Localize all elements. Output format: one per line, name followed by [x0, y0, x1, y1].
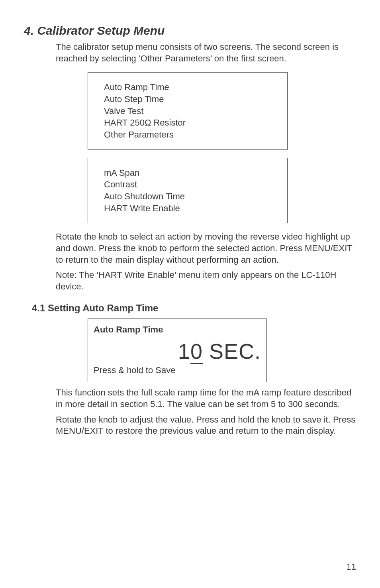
- autoramp-screen: Auto Ramp Time 10 SEC. Press & hold to S…: [88, 319, 267, 382]
- menu1-item: Other Parameters: [104, 129, 271, 141]
- menu1-item: Auto Step Time: [104, 93, 271, 105]
- intro-paragraph: The calibrator setup menu consists of tw…: [56, 41, 356, 64]
- body-paragraph: Rotate the knob to adjust the value. Pre…: [56, 414, 356, 437]
- page-number: 11: [347, 562, 356, 572]
- subsection-heading: 4.1 Setting Auto Ramp Time: [32, 303, 356, 314]
- body-paragraph: Rotate the knob to select an action by m…: [56, 231, 356, 265]
- section-title: 4. Calibrator Setup Menu: [24, 24, 356, 37]
- menu1-item: HART 250Ω Resistor: [104, 117, 271, 129]
- menu2-item: HART Write Enable: [104, 203, 271, 214]
- menu-screen-1: Auto Ramp Time Auto Step Time Valve Test…: [88, 72, 288, 149]
- value-digit-0-cursor: 0: [190, 339, 203, 364]
- menu-screen-2: mA Span Contrast Auto Shutdown Time HART…: [88, 158, 288, 224]
- note-paragraph: Note: The ‘HART Write Enable’ menu item …: [56, 269, 356, 292]
- menu2-item: mA Span: [104, 167, 271, 179]
- body-paragraph: This function sets the full scale ramp t…: [56, 387, 356, 410]
- autoramp-title: Auto Ramp Time: [94, 324, 261, 335]
- menu1-item: Auto Ramp Time: [104, 81, 271, 93]
- autoramp-value: 10 SEC.: [94, 339, 261, 364]
- menu2-item: Auto Shutdown Time: [104, 191, 271, 203]
- menu1-item: Valve Test: [104, 105, 271, 117]
- menu2-item: Contrast: [104, 179, 271, 191]
- autoramp-footer: Press & hold to Save: [94, 365, 261, 376]
- value-digit-1: 1: [178, 339, 190, 363]
- value-unit: SEC.: [203, 339, 261, 363]
